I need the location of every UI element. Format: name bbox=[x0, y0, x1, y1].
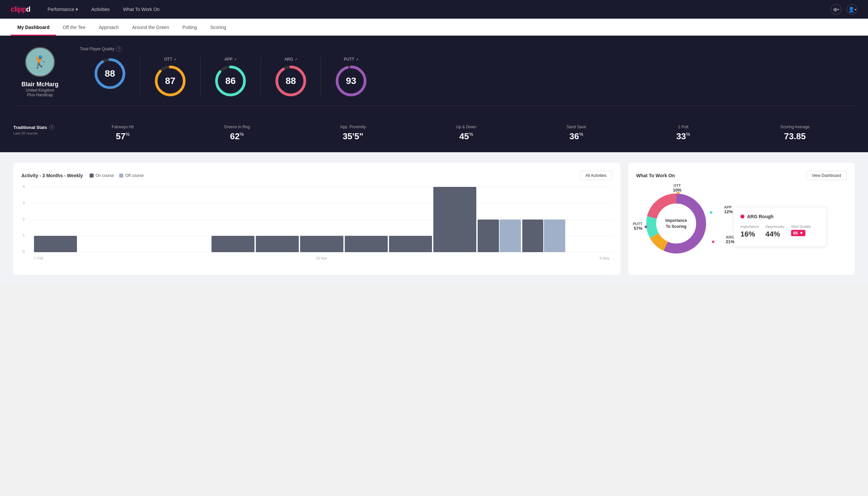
ring-overall: 88 bbox=[80, 57, 140, 98]
arg-shot-quality: Shot Quality 95 ▼ bbox=[791, 224, 811, 238]
ring-app-visual: 86 bbox=[214, 64, 247, 98]
stat-up-down: Up & Down 45% bbox=[456, 125, 476, 142]
svg-point-14 bbox=[658, 205, 694, 242]
trend-arrow-icon: ↗ bbox=[174, 58, 176, 61]
app-label: APP 12% bbox=[724, 205, 733, 214]
chevron-down-icon: ▾ bbox=[76, 7, 78, 12]
nav-what-to-work-on[interactable]: What To Work On bbox=[122, 7, 161, 12]
help-icon[interactable]: ? bbox=[49, 125, 54, 130]
trend-arrow-icon: ↗ bbox=[295, 58, 297, 61]
svg-text:Importance: Importance bbox=[665, 218, 687, 223]
user-menu-button[interactable]: 👤 ▾ bbox=[847, 4, 857, 15]
ring-ott: OTT ↗ 87 bbox=[140, 57, 201, 98]
arg-shot-quality-badge: 95 ▼ bbox=[791, 230, 805, 236]
work-on-header: What To Work On View Dashboard bbox=[636, 171, 847, 180]
on-course-bar bbox=[389, 236, 432, 252]
nav-activities[interactable]: Activities bbox=[90, 7, 111, 12]
nav-performance[interactable]: Performance ▾ bbox=[46, 7, 79, 12]
trend-arrow-icon: ↗ bbox=[356, 58, 358, 61]
work-on-card: What To Work On View Dashboard PUTT 57% … bbox=[628, 163, 855, 275]
player-info: 🏌️ Blair McHarg United Kingdom Plus Hand… bbox=[13, 47, 67, 97]
tab-scoring[interactable]: Scoring bbox=[204, 19, 233, 36]
on-course-bar bbox=[300, 236, 343, 252]
x-axis-labels: 7 Feb 28 Mar 9 May bbox=[31, 256, 612, 260]
player-handicap: Plus Handicap bbox=[27, 93, 53, 97]
plus-icon: ⊕ bbox=[833, 6, 837, 13]
ring-putt: PUTT ↗ 93 bbox=[321, 57, 381, 98]
bar-chart: 4 3 2 1 0 7 Feb 28 Mar 9 May bbox=[21, 187, 612, 260]
stats-items: Fairways Hit 57% Greens In Reg 62% App. … bbox=[67, 125, 855, 142]
on-course-legend-dot bbox=[90, 173, 94, 177]
on-course-bar bbox=[211, 236, 254, 252]
player-name: Blair McHarg bbox=[21, 81, 58, 88]
ring-overall-visual: 88 bbox=[93, 57, 127, 90]
logo[interactable]: clippd bbox=[11, 5, 30, 14]
putt-dot bbox=[645, 226, 647, 228]
bar-group bbox=[34, 236, 77, 252]
arg-info-title: ARG Rough bbox=[740, 214, 820, 219]
app-dot bbox=[710, 211, 712, 214]
chart-legend: On course Off course bbox=[90, 173, 144, 178]
bar-group bbox=[478, 219, 521, 252]
ring-arg-label: ARG ↗ bbox=[284, 57, 297, 62]
ott-dot bbox=[677, 191, 679, 194]
arg-info-dot bbox=[740, 215, 744, 218]
off-course-bar bbox=[544, 219, 565, 252]
on-course-bar bbox=[522, 219, 543, 252]
bar-group bbox=[300, 236, 343, 252]
arg-opportunity: Opportunity 44% bbox=[766, 224, 784, 238]
top-navigation: clippd Performance ▾ Activities What To … bbox=[0, 0, 868, 19]
bars-container bbox=[31, 187, 612, 252]
bar-group bbox=[256, 236, 299, 252]
stat-greens-in-reg: Greens In Reg 62% bbox=[224, 125, 250, 142]
stat-app-proximity: App. Proximity 35'5" bbox=[340, 125, 366, 142]
on-course-bar bbox=[256, 236, 299, 252]
activity-title: Activity - 3 Months - Weekly bbox=[21, 173, 83, 178]
tab-putting[interactable]: Putting bbox=[176, 19, 204, 36]
off-course-bar bbox=[500, 219, 521, 252]
down-arrow-icon: ▼ bbox=[799, 231, 803, 235]
stats-row: Traditional Stats ? Last 20 rounds Fairw… bbox=[0, 117, 868, 152]
stat-sand-save: Sand Save 36% bbox=[567, 125, 586, 142]
ring-ott-label: OTT ↗ bbox=[164, 57, 176, 62]
svg-text:To Scoring: To Scoring bbox=[666, 224, 686, 229]
avatar: 🏌️ bbox=[25, 47, 55, 77]
ring-ott-visual: 87 bbox=[154, 64, 187, 98]
stat-scoring-average: Scoring Average 73.85 bbox=[780, 125, 810, 142]
on-course-bar bbox=[345, 236, 388, 252]
ring-arg: ARG ↗ 88 bbox=[261, 57, 321, 98]
help-icon[interactable]: ? bbox=[116, 46, 122, 52]
nav-right-actions: ⊕ ▾ 👤 ▾ bbox=[831, 4, 857, 15]
hero-section: 🏌️ Blair McHarg United Kingdom Plus Hand… bbox=[0, 36, 868, 117]
trad-stats-title: Traditional Stats ? bbox=[13, 125, 67, 130]
bar-group bbox=[433, 187, 476, 252]
bar-group bbox=[389, 236, 432, 252]
chevron-down-icon: ▾ bbox=[837, 7, 839, 11]
trad-stats-label: Traditional Stats ? Last 20 rounds bbox=[13, 125, 67, 135]
tab-around-the-green[interactable]: Around the Green bbox=[125, 19, 175, 36]
stat-1-putt: 1 Putt 33% bbox=[676, 125, 690, 142]
scores-area: Total Player Quality ? 88 bbox=[80, 46, 855, 98]
work-on-title: What To Work On bbox=[636, 173, 675, 178]
arg-info-box: ARG Rough Importance 16% Opportunity 44%… bbox=[733, 207, 827, 247]
tab-approach[interactable]: Approach bbox=[92, 19, 125, 36]
putt-label: PUTT 57% bbox=[633, 222, 643, 231]
add-button[interactable]: ⊕ ▾ bbox=[831, 4, 841, 15]
activity-card-header: Activity - 3 Months - Weekly On course O… bbox=[21, 171, 612, 180]
ring-app-value: 86 bbox=[225, 76, 236, 86]
tab-off-the-tee[interactable]: Off the Tee bbox=[56, 19, 92, 36]
ring-overall-value: 88 bbox=[105, 68, 115, 79]
player-country: United Kingdom bbox=[26, 88, 54, 93]
legend-on-course: On course bbox=[90, 173, 114, 178]
chevron-down-icon: ▾ bbox=[855, 7, 856, 11]
all-activities-button[interactable]: All Activities bbox=[580, 171, 612, 180]
view-dashboard-button[interactable]: View Dashboard bbox=[806, 171, 847, 180]
tab-my-dashboard[interactable]: My Dashboard bbox=[11, 19, 56, 36]
legend-off-course: Off course bbox=[119, 173, 144, 178]
tab-bar: My Dashboard Off the Tee Approach Around… bbox=[0, 19, 868, 36]
work-on-content: PUTT 57% OTT 10% APP 12% ARG 21% bbox=[636, 187, 847, 267]
ring-putt-value: 93 bbox=[346, 76, 356, 86]
ring-ott-value: 87 bbox=[165, 76, 175, 86]
trend-arrow-icon: ↗ bbox=[234, 58, 236, 61]
arg-label: ARG 21% bbox=[726, 235, 735, 244]
